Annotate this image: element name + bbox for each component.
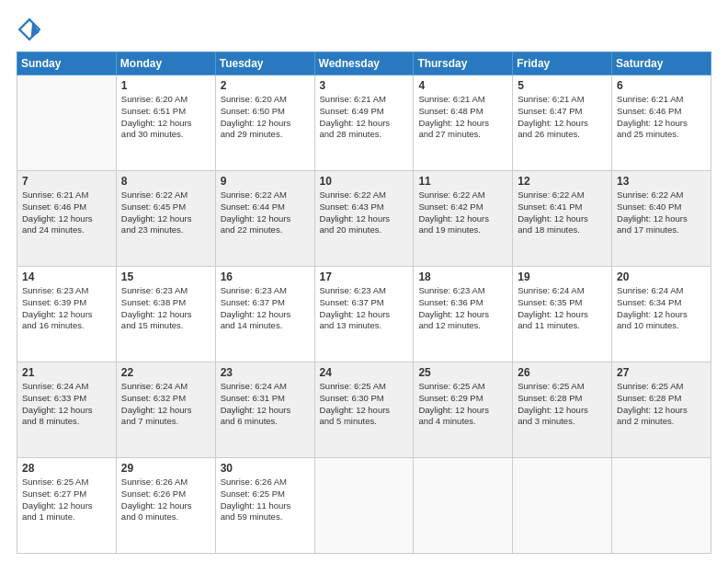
calendar-cell: 10Sunrise: 6:22 AM Sunset: 6:43 PM Dayli… — [314, 171, 414, 267]
calendar-cell: 13Sunrise: 6:22 AM Sunset: 6:40 PM Dayli… — [612, 171, 711, 267]
week-row-4: 21Sunrise: 6:24 AM Sunset: 6:33 PM Dayli… — [17, 362, 711, 458]
week-row-1: 1Sunrise: 6:20 AM Sunset: 6:51 PM Daylig… — [17, 75, 711, 171]
day-number: 3 — [320, 79, 409, 92]
calendar-cell: 8Sunrise: 6:22 AM Sunset: 6:45 PM Daylig… — [116, 171, 215, 267]
day-number: 10 — [320, 175, 409, 188]
calendar-cell: 15Sunrise: 6:23 AM Sunset: 6:38 PM Dayli… — [116, 267, 215, 362]
calendar-cell — [612, 458, 711, 554]
cell-info: Sunrise: 6:22 AM Sunset: 6:42 PM Dayligh… — [418, 190, 507, 236]
cell-info: Sunrise: 6:22 AM Sunset: 6:40 PM Dayligh… — [617, 190, 706, 236]
day-number: 7 — [22, 175, 111, 188]
cell-info: Sunrise: 6:24 AM Sunset: 6:31 PM Dayligh… — [221, 381, 310, 428]
calendar-table: SundayMondayTuesdayWednesdayThursdayFrid… — [17, 52, 711, 554]
weekday-header-wednesday: Wednesday — [314, 52, 414, 75]
calendar-cell: 7Sunrise: 6:21 AM Sunset: 6:46 PM Daylig… — [17, 171, 117, 267]
calendar-cell — [17, 75, 117, 171]
calendar-cell: 27Sunrise: 6:25 AM Sunset: 6:28 PM Dayli… — [612, 362, 711, 458]
cell-info: Sunrise: 6:23 AM Sunset: 6:39 PM Dayligh… — [22, 285, 111, 332]
weekday-header-saturday: Saturday — [612, 52, 711, 75]
calendar-cell: 17Sunrise: 6:23 AM Sunset: 6:37 PM Dayli… — [314, 267, 414, 362]
cell-info: Sunrise: 6:20 AM Sunset: 6:50 PM Dayligh… — [221, 94, 310, 141]
weekday-header-friday: Friday — [513, 52, 612, 75]
cell-info: Sunrise: 6:23 AM Sunset: 6:38 PM Dayligh… — [121, 285, 210, 332]
calendar-cell: 22Sunrise: 6:24 AM Sunset: 6:32 PM Dayli… — [116, 362, 215, 458]
day-number: 4 — [418, 79, 507, 92]
day-number: 16 — [221, 270, 310, 283]
day-number: 23 — [221, 366, 310, 379]
calendar-cell: 16Sunrise: 6:23 AM Sunset: 6:37 PM Dayli… — [215, 267, 314, 362]
cell-info: Sunrise: 6:25 AM Sunset: 6:29 PM Dayligh… — [418, 381, 507, 428]
cell-info: Sunrise: 6:24 AM Sunset: 6:34 PM Dayligh… — [617, 285, 706, 332]
day-number: 8 — [121, 175, 210, 188]
day-number: 15 — [121, 270, 210, 283]
day-number: 2 — [221, 79, 310, 92]
weekday-header-tuesday: Tuesday — [215, 52, 314, 75]
calendar-cell: 28Sunrise: 6:25 AM Sunset: 6:27 PM Dayli… — [17, 458, 117, 554]
day-number: 29 — [121, 462, 210, 475]
cell-info: Sunrise: 6:26 AM Sunset: 6:25 PM Dayligh… — [221, 477, 310, 523]
day-number: 30 — [221, 462, 310, 475]
day-number: 6 — [617, 79, 706, 92]
cell-info: Sunrise: 6:25 AM Sunset: 6:27 PM Dayligh… — [22, 477, 111, 523]
cell-info: Sunrise: 6:22 AM Sunset: 6:44 PM Dayligh… — [221, 190, 310, 236]
cell-info: Sunrise: 6:26 AM Sunset: 6:26 PM Dayligh… — [121, 477, 210, 523]
calendar-cell: 30Sunrise: 6:26 AM Sunset: 6:25 PM Dayli… — [215, 458, 314, 554]
day-number: 17 — [320, 270, 409, 283]
day-number: 19 — [518, 270, 607, 283]
day-number: 22 — [121, 366, 210, 379]
cell-info: Sunrise: 6:23 AM Sunset: 6:37 PM Dayligh… — [221, 285, 310, 332]
calendar-cell — [314, 458, 414, 554]
calendar-cell — [414, 458, 513, 554]
calendar-cell: 14Sunrise: 6:23 AM Sunset: 6:39 PM Dayli… — [17, 267, 117, 362]
cell-info: Sunrise: 6:21 AM Sunset: 6:48 PM Dayligh… — [418, 94, 507, 141]
cell-info: Sunrise: 6:24 AM Sunset: 6:33 PM Dayligh… — [22, 381, 111, 428]
calendar-cell: 12Sunrise: 6:22 AM Sunset: 6:41 PM Dayli… — [513, 171, 612, 267]
day-number: 11 — [418, 175, 507, 188]
calendar-cell: 9Sunrise: 6:22 AM Sunset: 6:44 PM Daylig… — [215, 171, 314, 267]
calendar-cell: 24Sunrise: 6:25 AM Sunset: 6:30 PM Dayli… — [314, 362, 414, 458]
weekday-header-monday: Monday — [116, 52, 215, 75]
cell-info: Sunrise: 6:21 AM Sunset: 6:49 PM Dayligh… — [320, 94, 409, 141]
weekday-header-row: SundayMondayTuesdayWednesdayThursdayFrid… — [17, 52, 711, 75]
day-number: 20 — [617, 270, 706, 283]
cell-info: Sunrise: 6:25 AM Sunset: 6:28 PM Dayligh… — [518, 381, 607, 428]
day-number: 9 — [221, 175, 310, 188]
calendar-cell: 4Sunrise: 6:21 AM Sunset: 6:48 PM Daylig… — [414, 75, 513, 171]
page: SundayMondayTuesdayWednesdayThursdayFrid… — [0, 0, 728, 563]
calendar-cell: 5Sunrise: 6:21 AM Sunset: 6:47 PM Daylig… — [513, 75, 612, 171]
cell-info: Sunrise: 6:21 AM Sunset: 6:46 PM Dayligh… — [617, 94, 706, 141]
day-number: 25 — [418, 366, 507, 379]
logo-icon — [17, 17, 42, 42]
cell-info: Sunrise: 6:25 AM Sunset: 6:28 PM Dayligh… — [617, 381, 706, 428]
cell-info: Sunrise: 6:24 AM Sunset: 6:35 PM Dayligh… — [518, 285, 607, 332]
cell-info: Sunrise: 6:22 AM Sunset: 6:41 PM Dayligh… — [518, 190, 607, 236]
calendar-cell: 19Sunrise: 6:24 AM Sunset: 6:35 PM Dayli… — [513, 267, 612, 362]
weekday-header-thursday: Thursday — [414, 52, 513, 75]
header — [17, 17, 711, 42]
cell-info: Sunrise: 6:24 AM Sunset: 6:32 PM Dayligh… — [121, 381, 210, 428]
week-row-5: 28Sunrise: 6:25 AM Sunset: 6:27 PM Dayli… — [17, 458, 711, 554]
day-number: 1 — [121, 79, 210, 92]
cell-info: Sunrise: 6:23 AM Sunset: 6:37 PM Dayligh… — [320, 285, 409, 332]
week-row-3: 14Sunrise: 6:23 AM Sunset: 6:39 PM Dayli… — [17, 267, 711, 362]
calendar-cell: 2Sunrise: 6:20 AM Sunset: 6:50 PM Daylig… — [215, 75, 314, 171]
cell-info: Sunrise: 6:21 AM Sunset: 6:47 PM Dayligh… — [518, 94, 607, 141]
day-number: 28 — [22, 462, 111, 475]
calendar-cell: 1Sunrise: 6:20 AM Sunset: 6:51 PM Daylig… — [116, 75, 215, 171]
day-number: 12 — [518, 175, 607, 188]
calendar-cell: 3Sunrise: 6:21 AM Sunset: 6:49 PM Daylig… — [314, 75, 414, 171]
calendar-cell: 20Sunrise: 6:24 AM Sunset: 6:34 PM Dayli… — [612, 267, 711, 362]
week-row-2: 7Sunrise: 6:21 AM Sunset: 6:46 PM Daylig… — [17, 171, 711, 267]
day-number: 21 — [22, 366, 111, 379]
calendar-cell: 25Sunrise: 6:25 AM Sunset: 6:29 PM Dayli… — [414, 362, 513, 458]
day-number: 13 — [617, 175, 706, 188]
calendar-cell: 21Sunrise: 6:24 AM Sunset: 6:33 PM Dayli… — [17, 362, 117, 458]
day-number: 27 — [617, 366, 706, 379]
calendar-cell — [513, 458, 612, 554]
calendar-cell: 6Sunrise: 6:21 AM Sunset: 6:46 PM Daylig… — [612, 75, 711, 171]
cell-info: Sunrise: 6:21 AM Sunset: 6:46 PM Dayligh… — [22, 190, 111, 236]
day-number: 26 — [518, 366, 607, 379]
day-number: 14 — [22, 270, 111, 283]
calendar-cell: 18Sunrise: 6:23 AM Sunset: 6:36 PM Dayli… — [414, 267, 513, 362]
day-number: 5 — [518, 79, 607, 92]
